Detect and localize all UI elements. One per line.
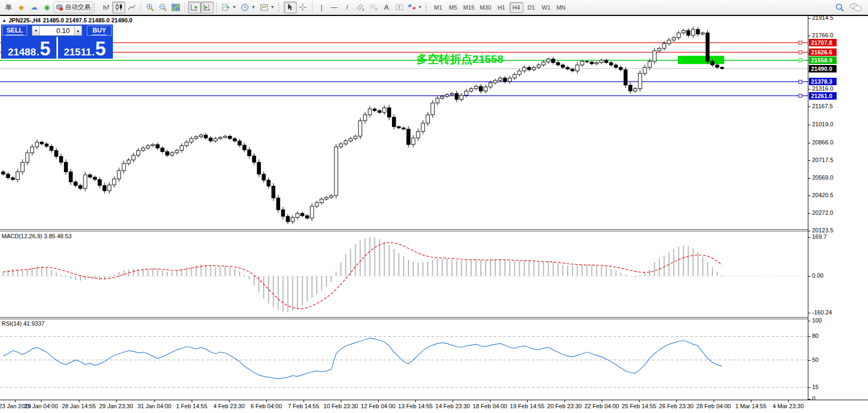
price-tick-mark <box>808 143 810 143</box>
candle-body <box>397 127 400 128</box>
data-window-icon-button[interactable]: ☁ <box>28 2 40 13</box>
text-tool-button[interactable]: A <box>380 2 393 13</box>
price-tick-mark <box>808 18 810 19</box>
rectangle-object <box>678 56 724 64</box>
fibonacci-tool-button[interactable]: F <box>367 2 380 13</box>
buy-button-label: BUY <box>92 27 107 35</box>
svg-text:T: T <box>398 5 401 10</box>
candle-body <box>98 180 101 185</box>
periods-button[interactable]: ▼ <box>239 2 258 13</box>
timeframe-button-mn[interactable]: MN <box>554 2 568 13</box>
time-tick-label: 7 Feb 14:55 <box>288 403 320 409</box>
crosshair-tool-button[interactable] <box>297 2 309 13</box>
candle-body <box>431 103 434 115</box>
label-tool-button[interactable]: T <box>393 2 406 13</box>
macd-scale-label: -160.24 <box>812 309 832 315</box>
timeframe-button-h1[interactable]: H1 <box>495 2 509 13</box>
candle-body <box>701 33 705 34</box>
buy-price-dot: . <box>92 47 94 57</box>
chart-shift-icon <box>203 3 211 12</box>
time-tick-mark <box>79 400 79 402</box>
time-tick-mark <box>639 400 640 402</box>
price-tick-mark <box>808 231 810 231</box>
line-handle <box>799 94 802 98</box>
volume-increase-button[interactable]: ▲ <box>74 26 82 36</box>
volume-decrease-button[interactable]: ▼ <box>32 26 40 36</box>
toolbar-separator <box>216 2 217 13</box>
time-tick-mark <box>714 400 714 402</box>
chart-shift-button[interactable] <box>201 2 214 13</box>
toolbar-grip <box>425 3 429 12</box>
horizontal-line-tool-button[interactable]: — <box>328 2 341 13</box>
candle-body <box>561 65 564 67</box>
candle-body <box>175 150 178 152</box>
collapse-arrow-icon[interactable]: ▲ <box>2 18 6 23</box>
templates-button[interactable]: ▼ <box>258 2 277 13</box>
bar-chart-mode-button[interactable] <box>100 2 112 13</box>
line-handle <box>799 59 802 62</box>
candle-body <box>238 141 241 145</box>
candle-body <box>151 144 154 145</box>
current-price-label: 21490.0 <box>809 65 837 72</box>
timeframe-button-d1[interactable]: D1 <box>525 2 538 13</box>
candle-body <box>6 174 10 178</box>
vertical-line-tool-button[interactable]: | <box>315 2 328 13</box>
trendline-tool-button[interactable]: / <box>341 2 354 13</box>
signals-icon-button[interactable]: ◉ <box>40 2 53 13</box>
pane-separator-macd[interactable] <box>0 229 868 231</box>
buy-button[interactable]: BUY <box>87 26 112 36</box>
price-scale[interactable]: 21914.521766.021617.521469.021316.021167… <box>808 16 868 400</box>
spin-up-icon: ▲ <box>76 29 80 33</box>
search-icon[interactable] <box>835 3 845 12</box>
sell-button[interactable]: SELL <box>2 26 27 36</box>
timeframe-button-m1[interactable]: M1 <box>431 2 445 13</box>
candle-body <box>228 136 232 139</box>
timeframe-button-m30[interactable]: M30 <box>478 2 493 13</box>
auto-scroll-button[interactable] <box>188 2 201 13</box>
arrows-icon <box>408 3 416 11</box>
sell-price-display[interactable]: 21488 . 5 <box>2 37 56 59</box>
candle-body <box>325 197 328 199</box>
candle-body <box>214 139 217 141</box>
autotrading-button[interactable]: 自动交易 <box>53 2 93 13</box>
tile-windows-button[interactable] <box>169 2 182 13</box>
time-tick-label: 10 Feb 23:30 <box>324 403 358 409</box>
timeframe-button-w1[interactable]: W1 <box>539 2 553 13</box>
buy-price-display[interactable]: 21511 . 5 <box>58 37 112 59</box>
chart-canvas[interactable]: 多空转折点21558 <box>0 16 808 400</box>
indicators-button[interactable]: ▼ <box>219 2 239 13</box>
market-watch-icon-button[interactable]: ◆ <box>15 2 28 13</box>
time-tick-mark <box>15 400 15 402</box>
channel-tool-button[interactable]: E <box>354 2 367 13</box>
pane-separator-rsi[interactable] <box>0 317 868 319</box>
arrows-tool-button[interactable]: ▼ <box>406 2 424 13</box>
line-chart-mode-button[interactable] <box>125 2 138 13</box>
time-scale[interactable]: 23 Jan 201925 Jan 04:0028 Jan 14:5529 Ja… <box>0 400 868 413</box>
line-price-label: 21378.3 <box>809 78 837 85</box>
new-order-button[interactable]: 单 <box>2 2 15 13</box>
candle-body <box>662 44 666 48</box>
timeframe-button-h4[interactable]: H4 <box>510 2 523 13</box>
zoom-out-button[interactable] <box>157 2 169 13</box>
zoom-in-button[interactable] <box>144 2 157 13</box>
candle-body <box>513 75 516 78</box>
candle-body <box>672 38 675 40</box>
timeframe-button-m5[interactable]: M5 <box>446 2 460 13</box>
candle-body <box>585 61 588 62</box>
candle-chart-mode-button[interactable] <box>112 2 125 13</box>
rsi-scale-label: 80 <box>812 333 818 339</box>
macd-scale-label: 0.00 <box>812 272 823 279</box>
time-tick-label: 26 Feb 23:30 <box>659 403 694 409</box>
chat-icon[interactable] <box>850 3 862 12</box>
candle-body <box>291 217 294 222</box>
chart-title-ohlc: 21485.0 21497.5 21485.0 21490.0 <box>43 17 132 23</box>
candle-body <box>638 73 642 88</box>
timeframe-button-m15[interactable]: M15 <box>461 2 477 13</box>
candle-body <box>619 67 622 69</box>
volume-input[interactable]: 0.10 <box>40 26 74 36</box>
time-tick-mark <box>415 400 416 402</box>
candle-body <box>450 93 453 94</box>
time-tick-mark <box>564 400 565 402</box>
cursor-tool-button[interactable] <box>284 2 297 13</box>
candle-body <box>88 175 92 177</box>
